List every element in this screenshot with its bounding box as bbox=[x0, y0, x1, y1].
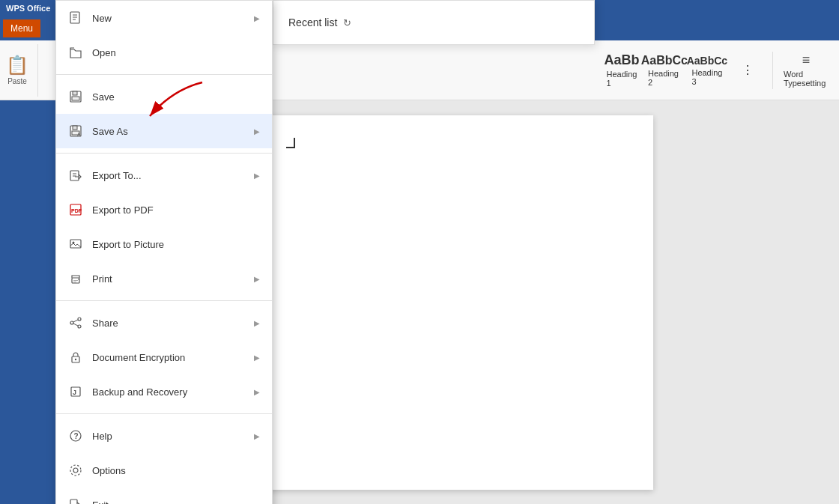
refresh-icon[interactable]: ↻ bbox=[343, 17, 351, 28]
menu-item-save[interactable]: Save bbox=[56, 79, 272, 114]
menu-label-open: Open bbox=[92, 47, 260, 58]
menu-item-share[interactable]: Share ▶ bbox=[56, 306, 272, 340]
menu-button[interactable]: Menu bbox=[3, 19, 40, 37]
svg-point-35 bbox=[70, 465, 81, 476]
menu-item-new[interactable]: New ▶ bbox=[56, 1, 272, 35]
menu-item-open[interactable]: Open bbox=[56, 35, 272, 70]
arrow-help: ▶ bbox=[254, 432, 260, 440]
svg-text:PDF: PDF bbox=[71, 208, 82, 213]
menu-label-share: Share bbox=[92, 318, 245, 329]
svg-rect-36 bbox=[70, 500, 77, 504]
new-doc-icon bbox=[68, 10, 83, 25]
heading1-preview: AaBb bbox=[605, 52, 640, 68]
document-page bbox=[241, 115, 653, 490]
paste-section: 📋 Paste bbox=[6, 44, 38, 97]
help-icon: ? bbox=[68, 428, 83, 443]
svg-point-23 bbox=[78, 318, 81, 321]
svg-rect-6 bbox=[72, 97, 79, 100]
more-styles-icon: ⋮ bbox=[742, 63, 754, 77]
svg-rect-20 bbox=[73, 280, 78, 281]
heading2-preview: AaBbCc bbox=[641, 54, 688, 67]
share-icon bbox=[68, 315, 83, 330]
style-heading1[interactable]: AaBb Heading 1 bbox=[603, 49, 640, 91]
cursor bbox=[286, 138, 295, 148]
svg-text:A: A bbox=[77, 132, 81, 137]
menu-item-print[interactable]: Print ▶ bbox=[56, 261, 272, 296]
style-heading3[interactable]: AaBbCc Heading 3 bbox=[688, 52, 726, 89]
arrow-doc-encrypt: ▶ bbox=[254, 353, 260, 362]
svg-text:?: ? bbox=[74, 432, 79, 440]
lock-icon bbox=[68, 350, 83, 365]
menu-label-save: Save bbox=[92, 91, 260, 103]
recent-label: Recent list bbox=[288, 16, 337, 28]
divider-4 bbox=[56, 413, 272, 414]
menu-label-print: Print bbox=[92, 273, 245, 285]
heading3-preview: AaBbCc bbox=[687, 55, 727, 67]
menu-label-doc-encrypt: Document Encryption bbox=[92, 352, 245, 363]
menu-item-backup[interactable]: J Backup and Recovery ▶ bbox=[56, 374, 272, 409]
options-icon bbox=[68, 463, 83, 478]
print-icon bbox=[68, 271, 83, 286]
save-icon bbox=[68, 89, 83, 104]
menu-label-exit: Exit bbox=[92, 500, 260, 505]
divider-1 bbox=[56, 74, 272, 75]
style-heading2[interactable]: AaBbCc Heading 2 bbox=[643, 51, 685, 90]
menu-item-export-to[interactable]: Export To... ▶ bbox=[56, 158, 272, 192]
export-to-icon bbox=[68, 168, 83, 183]
arrow-print: ▶ bbox=[254, 275, 260, 283]
menu-label-new: New bbox=[92, 13, 245, 24]
svg-point-29 bbox=[75, 359, 76, 360]
paste-label: Paste bbox=[7, 77, 27, 85]
menu-item-save-as[interactable]: A Save As ▶ bbox=[56, 114, 272, 148]
dropdown-menu: New ▶ Open Save bbox=[55, 0, 273, 504]
menu-item-doc-encrypt[interactable]: Document Encryption ▶ bbox=[56, 340, 272, 374]
arrow-new: ▶ bbox=[254, 14, 260, 22]
menu-item-export-pdf[interactable]: PDF Export to PDF bbox=[56, 192, 272, 227]
save-as-icon: A bbox=[68, 124, 83, 139]
svg-text:J: J bbox=[73, 389, 76, 396]
svg-point-22 bbox=[78, 279, 79, 280]
styles-section: AaBb Heading 1 AaBbCc Heading 2 AaBbCc H… bbox=[597, 40, 839, 100]
svg-line-26 bbox=[73, 320, 78, 322]
svg-rect-8 bbox=[73, 126, 77, 130]
app-title: WPS Office bbox=[6, 4, 50, 13]
menu-label-save-as: Save As bbox=[92, 126, 245, 137]
arrow-export-to: ▶ bbox=[254, 171, 260, 180]
word-typesetting-icon: ≡ bbox=[802, 52, 811, 68]
menu-label-help: Help bbox=[92, 431, 245, 442]
heading2-label: Heading 2 bbox=[648, 69, 681, 87]
menu-item-export-picture[interactable]: Export to Picture bbox=[56, 227, 272, 261]
svg-point-25 bbox=[70, 321, 73, 324]
word-typesetting[interactable]: ≡ Word Typesetting bbox=[779, 49, 833, 91]
menu-label-export-pdf: Export to PDF bbox=[92, 204, 260, 216]
arrow-share: ▶ bbox=[254, 319, 260, 327]
style-more[interactable]: ⋮ bbox=[729, 60, 766, 80]
arrow-save-as: ▶ bbox=[254, 127, 260, 136]
word-typesetting-label: Word Typesetting bbox=[784, 70, 829, 88]
menu-label-backup: Backup and Recovery bbox=[92, 386, 245, 398]
arrow-backup: ▶ bbox=[254, 388, 260, 396]
svg-rect-5 bbox=[73, 91, 77, 95]
menu-item-help[interactable]: ? Help ▶ bbox=[56, 419, 272, 453]
export-picture-icon bbox=[68, 237, 83, 252]
divider-3 bbox=[56, 300, 272, 301]
exit-icon bbox=[68, 497, 83, 504]
backup-icon: J bbox=[68, 384, 83, 399]
menu-label-options: Options bbox=[92, 465, 260, 476]
heading3-label: Heading 3 bbox=[691, 68, 722, 86]
menu-label-export-picture: Export to Picture bbox=[92, 239, 260, 250]
recent-panel: Recent list ↻ bbox=[273, 0, 595, 45]
export-pdf-icon: PDF bbox=[68, 202, 83, 217]
menu-label-export-to: Export To... bbox=[92, 170, 245, 181]
menu-item-options[interactable]: Options bbox=[56, 453, 272, 488]
divider-2 bbox=[56, 153, 272, 154]
heading1-label: Heading 1 bbox=[607, 70, 637, 88]
svg-rect-21 bbox=[73, 282, 76, 282]
paste-icon: 📋 bbox=[6, 55, 28, 76]
open-icon bbox=[68, 45, 83, 60]
svg-line-27 bbox=[73, 324, 78, 326]
menu-item-exit[interactable]: Exit bbox=[56, 488, 272, 504]
svg-point-24 bbox=[78, 325, 81, 328]
